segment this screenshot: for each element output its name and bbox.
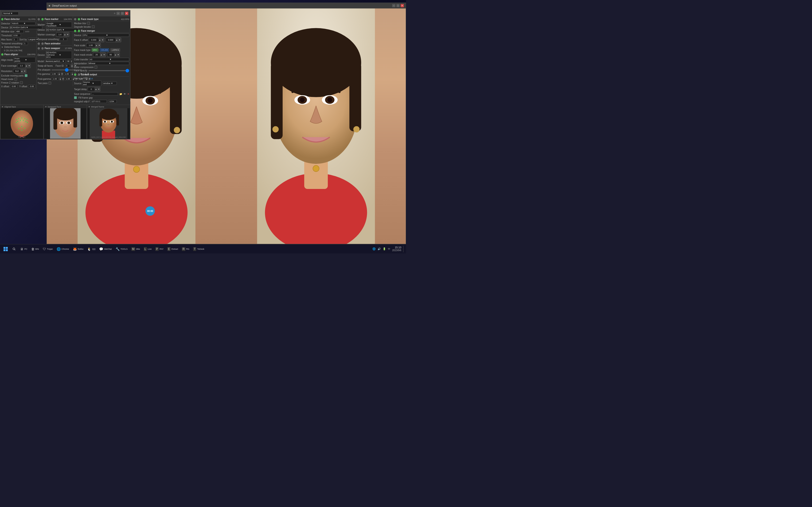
target-delay-dn[interactable]: ▼ <box>97 87 100 91</box>
face-y-spinbox[interactable]: ▲ ▼ <box>106 38 121 42</box>
taskbar-qq[interactable]: 🐧 QQ <box>86 245 97 253</box>
taskbar-todesk[interactable]: T ToDesk <box>192 245 206 253</box>
mask-erode-up[interactable]: ▲ <box>100 53 103 57</box>
resolution-down[interactable]: ▼ <box>23 69 26 73</box>
model-info-icon[interactable]: ℹ <box>71 60 72 63</box>
resolution-spinbox[interactable]: ▲ ▼ <box>13 69 26 73</box>
marker-select[interactable]: Google FaceMesh ▼ <box>46 22 72 27</box>
aligned-expander[interactable]: ▼ <box>1 106 4 108</box>
face-swapper-toggle[interactable] <box>38 47 40 50</box>
lmrks-btn[interactable]: LMRKS <box>110 48 120 52</box>
face-scale-dn[interactable]: ▼ <box>98 43 101 47</box>
swapper-device-select[interactable]: [0] NVIDIA GeForce RTX ▼ <box>46 51 72 59</box>
taskbar-wechat[interactable]: 💬 WeChat <box>98 245 113 253</box>
frame-adjuster-toggle2[interactable] <box>78 18 80 20</box>
post-gamma-r[interactable] <box>52 77 58 80</box>
mpegtsd-port-input[interactable] <box>108 100 117 103</box>
mpegtsd-ip-input[interactable] <box>91 100 107 103</box>
marker-cov-up[interactable]: ▲ <box>63 33 66 37</box>
face-swapper-toggle2[interactable] <box>41 47 44 50</box>
max-faces-input[interactable] <box>13 38 18 41</box>
panel-maximize-btn[interactable]: □ <box>121 12 124 15</box>
celeb-btn[interactable]: CELEB <box>100 48 109 52</box>
output-maximize-btn[interactable]: □ <box>396 4 400 7</box>
face-scale-up[interactable]: ▲ <box>95 43 98 47</box>
model-eye-icon[interactable]: 👁 <box>67 60 69 63</box>
marker-temporal-spinbox[interactable] <box>60 38 67 41</box>
exclude-moving-checkbox[interactable] <box>25 74 28 77</box>
taskbar-tools[interactable]: 🔧 TOOLS <box>114 245 129 253</box>
source-opt-select[interactable]: window ▼ <box>103 82 117 85</box>
taskbar-mke[interactable]: M Mke <box>130 245 142 253</box>
face-coverage-up[interactable]: ▲ <box>25 64 28 68</box>
taskbar-trojan[interactable]: 🛡 Trojan <box>41 245 54 253</box>
output-close-btn[interactable]: ✕ <box>401 4 404 7</box>
face-opacity-slider[interactable] <box>88 70 129 71</box>
pre-gamma-r[interactable] <box>51 72 57 75</box>
interpolation-select[interactable]: bilinear ▼ <box>88 62 129 65</box>
face-x-up[interactable]: ▲ <box>98 38 101 42</box>
panel-close-btn[interactable]: ✕ <box>125 12 128 15</box>
panel-minimize-btn[interactable]: – <box>116 12 120 15</box>
face-id-up[interactable]: ▲ <box>71 64 73 68</box>
taskbar-search[interactable] <box>10 245 18 253</box>
fill-frame-gap-checkbox[interactable] <box>74 96 77 99</box>
face-x-spinbox[interactable]: ▲ ▼ <box>89 38 104 42</box>
swapped-expander[interactable]: ▼ <box>45 106 47 108</box>
detected-faces-expander[interactable]: ▼ <box>1 46 3 48</box>
taskbar-pay[interactable]: P PAY <box>154 245 165 253</box>
face-coverage-spinbox[interactable]: ▲ ▼ <box>18 63 31 68</box>
mask-blur-spinbox[interactable]: ▲ ▼ <box>107 52 120 57</box>
color-compression-checkbox[interactable] <box>94 66 97 68</box>
two-pass-checkbox[interactable] <box>48 82 51 84</box>
face-detector-toggle[interactable] <box>1 18 4 20</box>
face-y-dn[interactable]: ▼ <box>118 38 121 42</box>
clock[interactable]: 15:10 2023/9/6 <box>392 246 401 252</box>
mask-blur-up[interactable]: ▲ <box>114 53 117 57</box>
head-mode-checkbox[interactable] <box>14 78 17 80</box>
save-sequence-input[interactable] <box>91 92 118 96</box>
face-coverage-down[interactable]: ▼ <box>28 64 31 68</box>
marker-coverage-spinbox[interactable]: ▲ ▼ <box>56 32 69 37</box>
pre-gamma-r-dn[interactable]: ▼ <box>61 72 63 76</box>
face-x-dn[interactable]: ▼ <box>101 38 104 42</box>
mask-erode-spinbox[interactable]: ▲ ▼ <box>93 52 106 57</box>
color-transfer-select[interactable]: rct ▼ <box>89 58 129 61</box>
swapper-model-select[interactable]: IkenionLiae512... ▼ <box>45 60 66 63</box>
target-delay-up[interactable]: ▲ <box>94 87 97 91</box>
target-delay-spinbox[interactable]: ▲ ▼ <box>88 87 100 92</box>
median-blur-checkbox[interactable] <box>87 22 90 25</box>
taskbar-extract[interactable]: E Extract <box>166 245 180 253</box>
face-animator-toggle2[interactable] <box>41 43 44 45</box>
save-seq-delete-icon[interactable]: ✕ <box>128 93 129 95</box>
detector-select[interactable]: YoloV5 ▼ <box>11 22 36 25</box>
y-offset-spinbox[interactable] <box>28 85 36 88</box>
save-seq-folder-icon[interactable]: 📁 <box>119 93 122 95</box>
face-aligner-toggle[interactable] <box>1 53 4 56</box>
marker-cov-down[interactable]: ▼ <box>66 33 69 37</box>
mask-blur-dn[interactable]: ▼ <box>117 53 119 57</box>
align-mode-select[interactable]: From points ▼ <box>14 57 36 63</box>
face-marker-toggle[interactable] <box>38 18 40 20</box>
temporal-smoothing-input[interactable] <box>23 42 28 45</box>
pre-gamma-r-up[interactable]: ▲ <box>58 72 60 76</box>
merger-device-select[interactable]: CPU ▼ <box>82 34 129 37</box>
face-id-input[interactable] <box>65 64 70 67</box>
taskbar-live[interactable]: L Live <box>142 245 153 253</box>
face-y-up[interactable]: ▲ <box>115 38 118 42</box>
stream-output-toggle[interactable] <box>74 73 77 76</box>
taskbar-rg[interactable]: R RG <box>181 245 191 253</box>
pre-gamma-g[interactable] <box>64 72 70 75</box>
threshold-input[interactable] <box>12 34 21 37</box>
start-button[interactable] <box>2 245 9 253</box>
mode-dropdown[interactable]: Normal ▼ <box>2 12 18 15</box>
output-minimize-btn[interactable]: – <box>392 4 395 7</box>
window-size-input[interactable] <box>15 30 24 33</box>
face-animator-toggle[interactable] <box>38 43 40 45</box>
source-select[interactable]: Source and ▼ <box>83 80 101 86</box>
resolution-up[interactable]: ▲ <box>20 69 23 73</box>
taskbar-chrome[interactable]: 🌐 Chrome <box>55 245 70 253</box>
taskbar-firefox[interactable]: 🦊 firefox <box>71 245 85 253</box>
merged-expander[interactable]: ▼ <box>88 106 90 108</box>
stream-output-toggle2[interactable] <box>78 73 80 76</box>
